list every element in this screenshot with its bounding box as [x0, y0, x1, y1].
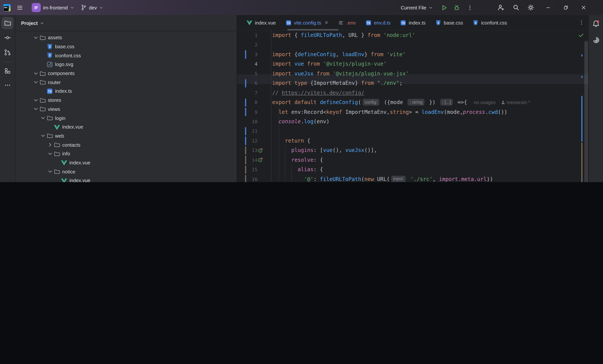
code-line[interactable]: 8export default defineConfig(config: ({m… — [237, 98, 589, 107]
folder-icon — [47, 115, 53, 121]
vcs-author-annotation[interactable]: meowrain * — [507, 100, 530, 105]
more-dots-icon — [4, 82, 11, 89]
hamburger-icon — [17, 4, 23, 11]
tab-env-d-ts[interactable]: env.d.ts — [360, 15, 395, 30]
tree-item-stores[interactable]: stores — [15, 96, 237, 105]
folder-icon — [54, 168, 60, 175]
tab-env[interactable]: .env — [333, 15, 360, 30]
t-label: views — [48, 106, 60, 112]
tab-label: iconfont.css — [481, 20, 507, 25]
tree-item-info[interactable]: info — [15, 149, 237, 158]
code-line[interactable]: 12 return { — [237, 136, 589, 146]
tree-item-views[interactable]: views — [15, 105, 237, 114]
tree-item-web[interactable]: web — [15, 131, 237, 140]
project-panel-header[interactable]: Project — [15, 15, 237, 31]
debug-button[interactable] — [453, 0, 460, 15]
error-stripe-mark[interactable] — [581, 96, 582, 142]
tree-item-assets[interactable]: assets — [15, 33, 237, 42]
tree-item-notice[interactable]: notice — [15, 167, 237, 176]
notifications-button[interactable] — [590, 18, 602, 30]
implements-gutter-icon[interactable] — [258, 148, 263, 153]
code-line[interactable]: 2 — [237, 40, 589, 50]
code-line[interactable]: 10 console.log(env) — [237, 117, 589, 127]
usages-hint[interactable]: no usages — [474, 100, 496, 105]
code-line[interactable]: 11 — [237, 127, 589, 136]
restore-button[interactable] — [559, 0, 572, 15]
run-configuration-selector[interactable]: Current File — [401, 0, 433, 15]
main-menu-button[interactable] — [17, 0, 23, 15]
tab-index-vue[interactable]: index.vue — [242, 15, 281, 30]
tab-label: .env — [347, 20, 356, 25]
tree-item-contacts[interactable]: contacts — [15, 141, 237, 149]
tree-item-router[interactable]: router — [15, 78, 237, 87]
more-actions-button[interactable] — [467, 0, 473, 15]
tab-iconfont-css[interactable]: iconfont.css — [468, 15, 512, 30]
tab-label: base.css — [444, 20, 463, 25]
tree-item-login-index-vue[interactable]: index.vue — [15, 123, 237, 131]
code-line[interactable]: 1import { fileURLToPath, URL } from 'nod… — [237, 31, 589, 40]
inlay-hint: : {...} — [440, 99, 453, 106]
code-line[interactable]: 16 '@': fileURLToPath(new URL(input: './… — [237, 174, 589, 182]
inspections-ok-icon[interactable] — [578, 32, 584, 38]
vue-file-icon — [61, 160, 67, 166]
tab-index-ts[interactable]: index.ts — [395, 15, 430, 30]
tree-item-logo-svg[interactable]: logo.svg — [15, 60, 237, 69]
code-line[interactable]: 5import vueJsx from '@vitejs/plugin-vue-… — [237, 69, 589, 79]
ai-assistant-button[interactable] — [590, 34, 602, 46]
right-tool-stripe — [589, 15, 603, 182]
project-widget[interactable]: IF im-frontend — [32, 0, 74, 15]
stripe-divider — [3, 62, 12, 62]
folder-icon — [47, 133, 53, 139]
tree-item-iconfont-css[interactable]: iconfont.css — [15, 51, 237, 60]
tab-close-icon[interactable]: ✕ — [325, 20, 328, 25]
ts-file-icon — [286, 20, 291, 25]
tree-item-components[interactable]: components — [15, 69, 237, 78]
code-line[interactable]: 7// https://vitejs.dev/config/ — [237, 88, 589, 98]
close-button[interactable] — [577, 0, 590, 15]
error-stripe-mark[interactable] — [581, 54, 582, 57]
tool-more-button[interactable] — [1, 79, 13, 91]
vcs-widget[interactable]: dev — [81, 0, 103, 15]
code-line[interactable]: 6import type {ImportMetaEnv} from "./env… — [237, 78, 589, 88]
tool-commit-button[interactable] — [1, 32, 13, 44]
folder-icon — [40, 35, 46, 41]
tree-item-base-css[interactable]: base.css — [15, 42, 237, 51]
tree-item-login[interactable]: login — [15, 114, 237, 122]
code-line[interactable]: 9 let env:Record<keyof ImportMetaEnv,str… — [237, 107, 589, 117]
tool-vcs-update-button[interactable] — [1, 46, 13, 59]
run-button[interactable] — [441, 0, 448, 15]
code-editor[interactable]: 1import { fileURLToPath, URL } from 'nod… — [237, 30, 589, 182]
error-stripe-mark[interactable] — [581, 76, 582, 78]
settings-button[interactable] — [527, 0, 534, 15]
css-file-icon — [435, 20, 441, 25]
tool-project-button[interactable] — [1, 17, 13, 29]
code-with-me-button[interactable] — [498, 0, 504, 15]
code-line[interactable]: 13 plugins: [vue(), vueJsx()], — [237, 146, 589, 155]
code-line[interactable]: 14 resolve: { — [237, 155, 589, 165]
run-config-name: Current File — [401, 5, 426, 10]
tree-item-info-index-vue[interactable]: index.vue — [15, 158, 237, 167]
env-file-icon — [338, 20, 344, 25]
search-everywhere-button[interactable] — [513, 0, 520, 15]
code-line[interactable]: 15 alias: { — [237, 165, 589, 174]
chevron-down-icon — [33, 80, 38, 85]
tab-base-css[interactable]: base.css — [430, 15, 468, 30]
t-label: notice — [62, 169, 75, 174]
implements-gutter-icon[interactable] — [258, 157, 263, 163]
code-line[interactable]: 3import {defineConfig, loadEnv} from 'vi… — [237, 50, 589, 59]
css-file-icon — [47, 52, 53, 59]
editor-scrollbar-thumb[interactable] — [584, 41, 588, 182]
chevron-down-icon — [429, 5, 433, 10]
tree-item-notice-index-vue[interactable]: index.vue — [15, 176, 237, 182]
minimize-button[interactable] — [542, 0, 555, 15]
tool-structure-button[interactable] — [1, 65, 13, 77]
close-icon — [581, 5, 586, 10]
code-line-current[interactable]: 4import vue from '@vitejs/plugin-vue' — [237, 59, 589, 69]
t-label: iconfont.css — [55, 53, 81, 58]
author-icon — [501, 100, 505, 105]
tab-vite-config-ts[interactable]: vite.config.ts✕ — [281, 15, 333, 30]
error-stripe-mark[interactable] — [581, 142, 582, 182]
project-avatar: IF — [32, 3, 41, 12]
tree-item-index-ts[interactable]: index.ts — [15, 87, 237, 95]
tab-options-icon[interactable] — [579, 20, 584, 25]
